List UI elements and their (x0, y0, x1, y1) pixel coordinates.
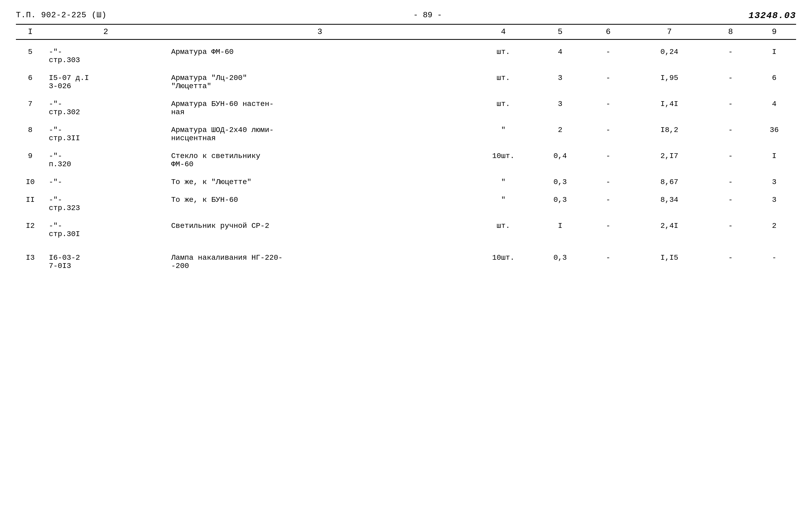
row-unit: шт. (473, 40, 534, 67)
row-description: Светильник ручной СР-2 (167, 214, 473, 240)
row-col9: 4 (752, 92, 796, 119)
row-id: 8 (16, 119, 45, 144)
row-col5: 0,3 (534, 240, 586, 272)
row-description: Арматура "Лц-200""Люцетта" (167, 67, 473, 92)
doc-number: 13248.03 (749, 11, 796, 21)
row-id: 6 (16, 67, 45, 92)
table-row: 7-"-стр.302Арматура БУН-60 настен-наяшт.… (16, 92, 796, 119)
row-col9: - (752, 240, 796, 272)
row-col6: - (586, 67, 630, 92)
row-col9: 36 (752, 119, 796, 144)
row-col7: I,I5 (630, 240, 709, 272)
table-row: II-"-стр.323То же, к БУН-60"0,3-8,34-3 (16, 188, 796, 214)
col-header-2: 2 (45, 25, 167, 40)
row-col6: - (586, 170, 630, 188)
row-reference: -"-стр.303 (45, 40, 167, 67)
table-header-row: I 2 3 4 5 6 7 8 9 (16, 25, 796, 40)
row-col7: I,95 (630, 67, 709, 92)
row-unit: шт. (473, 214, 534, 240)
row-description: Арматура БУН-60 настен-ная (167, 92, 473, 119)
row-unit: 10шт. (473, 240, 534, 272)
row-col7: 8,67 (630, 170, 709, 188)
row-unit: " (473, 119, 534, 144)
row-col8: - (709, 40, 753, 67)
main-table: I 2 3 4 5 6 7 8 9 5-"-стр.303Арматура ФМ… (16, 24, 796, 272)
row-col5: 2 (534, 119, 586, 144)
col-header-6: 6 (586, 25, 630, 40)
table-row: 5-"-стр.303Арматура ФМ-60шт.4-0,24-I (16, 40, 796, 67)
row-col9: 3 (752, 170, 796, 188)
row-id: 9 (16, 144, 45, 170)
row-unit: " (473, 170, 534, 188)
row-id: I3 (16, 240, 45, 272)
row-col5: 0,3 (534, 170, 586, 188)
row-col9: I (752, 40, 796, 67)
col-header-4: 4 (473, 25, 534, 40)
row-col5: 0,3 (534, 188, 586, 214)
row-id: 5 (16, 40, 45, 67)
page-header: Т.П. 902-2-225 (Ш) - 89 - 13248.03 (16, 11, 796, 22)
row-col8: - (709, 240, 753, 272)
row-col6: - (586, 214, 630, 240)
row-col8: - (709, 119, 753, 144)
row-col7: 8,34 (630, 188, 709, 214)
table-row: 9-"-п.320Стекло к светильникуФМ-6010шт.0… (16, 144, 796, 170)
col-header-8: 8 (709, 25, 753, 40)
row-unit: " (473, 188, 534, 214)
row-reference: -"-стр.30I (45, 214, 167, 240)
table-row: 6I5-07 д.I3-026Арматура "Лц-200""Люцетта… (16, 67, 796, 92)
row-col6: - (586, 40, 630, 67)
row-description: Лампа накаливания НГ-220--200 (167, 240, 473, 272)
row-description: То же, к "Люцетте" (167, 170, 473, 188)
row-col6: - (586, 119, 630, 144)
row-col8: - (709, 188, 753, 214)
row-col5: 4 (534, 40, 586, 67)
row-id: II (16, 188, 45, 214)
row-unit: шт. (473, 67, 534, 92)
row-col7: 2,I7 (630, 144, 709, 170)
row-col9: I (752, 144, 796, 170)
row-reference: -"-п.320 (45, 144, 167, 170)
row-unit: 10шт. (473, 144, 534, 170)
row-col5: 3 (534, 92, 586, 119)
col-header-3: 3 (167, 25, 473, 40)
row-col6: - (586, 188, 630, 214)
row-id: I0 (16, 170, 45, 188)
col-header-9: 9 (752, 25, 796, 40)
col-header-5: 5 (534, 25, 586, 40)
page-number: - 89 - (413, 11, 442, 19)
col-header-7: 7 (630, 25, 709, 40)
table-row: 8-"-стр.3IIАрматура ШОД-2х40 люми-нисцен… (16, 119, 796, 144)
table-row: I2-"-стр.30IСветильник ручной СР-2шт.I-2… (16, 214, 796, 240)
row-col6: - (586, 240, 630, 272)
col-header-1: I (16, 25, 45, 40)
row-col6: - (586, 144, 630, 170)
row-col6: - (586, 92, 630, 119)
row-reference: -"-стр.3II (45, 119, 167, 144)
row-col7: I,4I (630, 92, 709, 119)
table-row: I3I6-03-27-0I3Лампа накаливания НГ-220--… (16, 240, 796, 272)
row-col7: 2,4I (630, 214, 709, 240)
row-id: I2 (16, 214, 45, 240)
row-unit: шт. (473, 92, 534, 119)
row-col7: 0,24 (630, 40, 709, 67)
row-col8: - (709, 170, 753, 188)
row-reference: -"-стр.323 (45, 188, 167, 214)
row-col9: 2 (752, 214, 796, 240)
row-col5: I (534, 214, 586, 240)
row-col8: - (709, 144, 753, 170)
row-reference: I6-03-27-0I3 (45, 240, 167, 272)
row-col8: - (709, 67, 753, 92)
row-reference: -"-стр.302 (45, 92, 167, 119)
row-col8: - (709, 92, 753, 119)
table-row: I0-"-То же, к "Люцетте""0,3-8,67-3 (16, 170, 796, 188)
row-col9: 3 (752, 188, 796, 214)
row-description: Стекло к светильникуФМ-60 (167, 144, 473, 170)
row-description: Арматура ФМ-60 (167, 40, 473, 67)
row-col8: - (709, 214, 753, 240)
row-id: 7 (16, 92, 45, 119)
row-col5: 3 (534, 67, 586, 92)
row-col7: I8,2 (630, 119, 709, 144)
row-reference: -"- (45, 170, 167, 188)
doc-reference: Т.П. 902-2-225 (Ш) (16, 11, 107, 19)
